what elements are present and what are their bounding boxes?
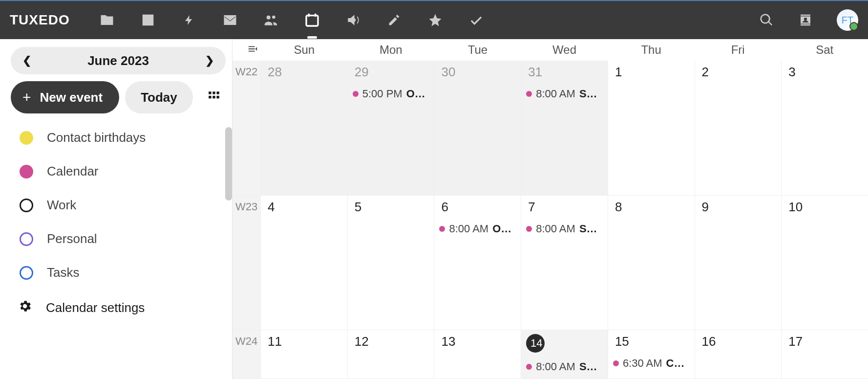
event-title: O…: [406, 88, 425, 100]
calendar-event[interactable]: 6:30 AMC…: [613, 357, 690, 370]
view-grid-icon[interactable]: [208, 90, 220, 105]
day-cell[interactable]: 11: [261, 330, 348, 379]
calendar-event[interactable]: 8:00 AMS…: [526, 360, 603, 373]
day-number: 17: [786, 334, 863, 349]
day-header: Thu: [608, 43, 695, 57]
svg-rect-6: [216, 96, 219, 98]
prev-month-button[interactable]: ❮: [22, 54, 31, 67]
pencil-icon[interactable]: [386, 12, 402, 28]
folder-icon[interactable]: [99, 12, 115, 28]
svg-rect-1: [209, 91, 211, 94]
calendar-icon[interactable]: [304, 12, 320, 28]
day-number: 13: [439, 334, 516, 349]
day-cell[interactable]: 148:00 AMS…: [521, 330, 608, 379]
event-time: 6:30 AM: [623, 357, 662, 370]
day-header: Mon: [348, 43, 435, 57]
svg-rect-4: [209, 96, 211, 98]
event-color-dot: [353, 91, 359, 97]
day-cell[interactable]: 78:00 AMS…: [521, 196, 608, 330]
scrollbar-thumb[interactable]: [225, 127, 232, 201]
day-cell[interactable]: 2: [695, 61, 782, 195]
day-cell[interactable]: 1: [608, 61, 695, 195]
check-icon[interactable]: [468, 12, 484, 28]
day-number: 30: [439, 65, 516, 80]
weeks-container: W2228295:00 PMO…30318:00 AMS…123W234568:…: [233, 61, 868, 379]
event-time: 5:00 PM: [362, 88, 402, 100]
new-event-button[interactable]: +New event: [11, 81, 119, 113]
next-month-button[interactable]: ❯: [205, 54, 214, 67]
calendar-event[interactable]: 8:00 AMS…: [526, 223, 603, 235]
week-number: W24: [233, 330, 261, 379]
calendar-list: Contact birthdaysCalendarWorkPersonalTas…: [11, 130, 224, 280]
event-color-dot: [526, 226, 532, 232]
day-number: 3: [786, 65, 863, 80]
day-cell[interactable]: 156:30 AMC…: [608, 330, 695, 379]
day-header: Sat: [781, 43, 868, 57]
svg-rect-0: [306, 16, 318, 26]
day-header: Wed: [521, 43, 608, 57]
day-cell[interactable]: 4: [261, 196, 348, 330]
people-icon[interactable]: [263, 12, 279, 28]
calendar-settings-button[interactable]: Calendar settings: [11, 299, 224, 317]
day-cell[interactable]: 3: [782, 61, 868, 195]
event-title: S…: [579, 223, 597, 235]
day-cell[interactable]: 318:00 AMS…: [521, 61, 608, 195]
day-number: 1: [613, 65, 690, 80]
calendar-item[interactable]: Personal: [20, 231, 224, 246]
event-title: O…: [492, 223, 511, 235]
calendar-item[interactable]: Tasks: [20, 265, 224, 280]
event-color-dot: [439, 226, 445, 232]
mail-icon[interactable]: [222, 12, 238, 28]
day-cell[interactable]: 68:00 AMO…: [434, 196, 521, 330]
calendar-item[interactable]: Contact birthdays: [20, 130, 224, 145]
star-icon[interactable]: [427, 12, 443, 28]
collapse-sidebar-icon[interactable]: [247, 44, 258, 57]
plus-icon: +: [22, 89, 31, 106]
event-color-dot: [526, 364, 532, 370]
day-cell[interactable]: 5: [348, 196, 435, 330]
day-number: 31: [526, 65, 603, 80]
calendar-item-label: Tasks: [47, 265, 79, 280]
calendar-color-swatch: [20, 165, 33, 178]
calendar-grid: SunMonTueWedThuFriSat W2228295:00 PMO…30…: [232, 39, 868, 379]
speaker-icon[interactable]: [345, 12, 361, 28]
today-button[interactable]: Today: [125, 81, 193, 113]
day-number: 5: [353, 200, 429, 215]
day-cell[interactable]: 28: [261, 61, 348, 195]
day-cell[interactable]: 8: [608, 196, 695, 330]
day-cell[interactable]: 12: [348, 330, 435, 379]
calendar-event[interactable]: 5:00 PMO…: [353, 88, 429, 100]
topbar: TUXEDO FT: [0, 1, 868, 39]
day-cell[interactable]: 17: [782, 330, 868, 379]
calendar-item-label: Work: [47, 198, 76, 213]
day-number: 16: [700, 334, 777, 349]
event-time: 8:00 AM: [536, 223, 575, 235]
week-number: W23: [233, 196, 261, 330]
calendar-color-swatch: [20, 131, 33, 145]
calendar-color-swatch: [20, 199, 33, 212]
calendar-item[interactable]: Calendar: [20, 164, 224, 179]
nav-icons: [99, 12, 484, 28]
calendar-color-swatch: [20, 266, 33, 280]
image-icon[interactable]: [140, 12, 156, 28]
day-cell[interactable]: 295:00 PMO…: [348, 61, 435, 195]
month-title: June 2023: [87, 53, 149, 68]
month-nav: ❮ June 2023 ❯: [11, 47, 226, 74]
svg-rect-3: [216, 91, 219, 94]
week-number: W22: [233, 61, 261, 195]
calendar-event[interactable]: 8:00 AMS…: [526, 88, 603, 100]
avatar[interactable]: FT: [837, 9, 858, 31]
calendar-item[interactable]: Work: [20, 198, 224, 213]
day-cell[interactable]: 13: [434, 330, 521, 379]
event-title: S…: [579, 360, 597, 373]
settings-label: Calendar settings: [46, 300, 145, 315]
contacts-icon[interactable]: [798, 12, 813, 28]
calendar-event[interactable]: 8:00 AMO…: [439, 223, 516, 235]
day-cell[interactable]: 9: [695, 196, 782, 330]
day-cell[interactable]: 30: [434, 61, 521, 195]
brand-logo[interactable]: TUXEDO: [10, 12, 70, 28]
day-cell[interactable]: 10: [782, 196, 868, 330]
bolt-icon[interactable]: [181, 12, 197, 28]
day-cell[interactable]: 16: [695, 330, 782, 379]
search-icon[interactable]: [759, 12, 774, 28]
